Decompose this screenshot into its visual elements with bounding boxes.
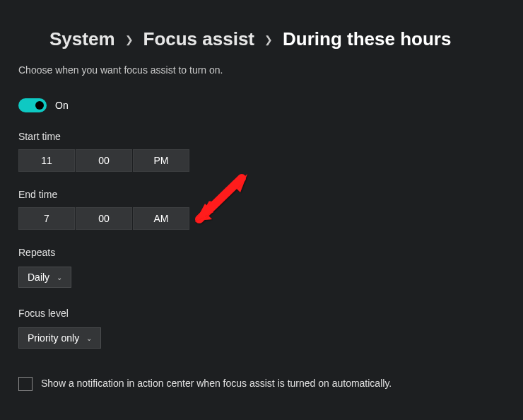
notification-checkbox[interactable] [18,377,33,391]
chevron-right-icon: ❯ [264,34,273,45]
chevron-right-icon: ❯ [125,34,134,45]
breadcrumb-system[interactable]: System [49,28,115,50]
breadcrumb-current: During these hours [283,28,451,50]
start-time-label: Start time [18,131,505,142]
page-subtitle: Choose when you want focus assist to tur… [18,64,505,76]
end-hour[interactable]: 7 [18,207,75,230]
repeats-select[interactable]: Daily ⌄ [18,267,71,288]
focus-level-value: Priority only [28,332,79,344]
focus-level-label: Focus level [18,308,505,319]
notification-checkbox-label: Show a notification in action center whe… [41,377,392,391]
repeats-label: Repeats [18,247,505,258]
start-hour[interactable]: 11 [18,149,75,172]
toggle-knob [35,101,44,110]
end-minute[interactable]: 00 [76,207,132,230]
enable-toggle[interactable] [18,98,47,112]
breadcrumb-focus-assist[interactable]: Focus assist [143,28,255,50]
start-period[interactable]: PM [133,149,189,172]
start-minute[interactable]: 00 [76,149,132,172]
start-time-picker: 11 00 PM [18,149,505,172]
end-time-picker: 7 00 AM [18,207,505,230]
end-period[interactable]: AM [133,207,189,230]
chevron-down-icon: ⌄ [86,334,92,342]
breadcrumb: System ❯ Focus assist ❯ During these hou… [49,28,505,50]
repeats-value: Daily [28,272,49,283]
end-time-label: End time [18,189,505,200]
focus-level-select[interactable]: Priority only ⌄ [18,327,101,349]
toggle-state-label: On [55,100,69,111]
chevron-down-icon: ⌄ [57,274,62,281]
